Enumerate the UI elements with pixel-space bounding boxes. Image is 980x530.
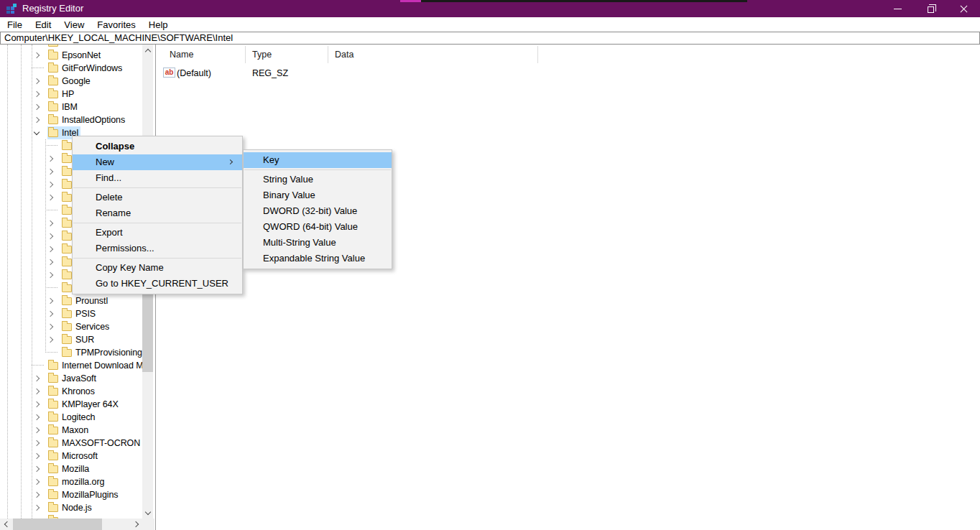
column-resize-handle[interactable] xyxy=(537,46,538,63)
tree-row-maxsoft-ocron[interactable]: MAXSOFT-OCRON xyxy=(0,437,142,450)
submenu-item-expandable-string-value[interactable]: Expandable String Value xyxy=(244,251,392,266)
chevron-right-icon[interactable] xyxy=(47,233,55,241)
context-menu-item-export[interactable]: Export xyxy=(73,225,242,241)
scroll-down-button[interactable] xyxy=(142,506,153,519)
folder-icon xyxy=(48,465,58,473)
chevron-right-icon[interactable] xyxy=(33,466,42,473)
column-resize-handle[interactable] xyxy=(328,46,328,63)
tree-row-prounstl[interactable]: Prounstl xyxy=(0,294,142,307)
menu-edit[interactable]: Edit xyxy=(29,19,57,31)
column-header-data[interactable]: Data xyxy=(335,50,353,60)
tree-row-google[interactable]: Google xyxy=(0,75,142,88)
context-menu-item-rename[interactable]: Rename xyxy=(73,205,242,221)
chevron-down-icon[interactable] xyxy=(33,130,42,137)
chevron-right-icon[interactable] xyxy=(33,104,42,111)
chevron-right-icon[interactable] xyxy=(47,182,55,189)
restore-button[interactable] xyxy=(914,0,947,17)
tree-item-label: Mozilla xyxy=(62,464,89,474)
submenu-item-key[interactable]: Key xyxy=(244,152,392,168)
chevron-right-icon[interactable] xyxy=(47,220,55,228)
tree-row-javasoft[interactable]: JavaSoft xyxy=(0,372,142,385)
submenu-item-multi-string-value[interactable]: Multi-String Value xyxy=(244,235,392,251)
tree-horizontal-scrollbar[interactable] xyxy=(0,519,142,530)
scroll-right-button[interactable] xyxy=(130,519,142,530)
chevron-right-icon[interactable] xyxy=(33,427,42,434)
string-value-icon: ab xyxy=(163,68,175,78)
column-header-type[interactable]: Type xyxy=(252,50,272,60)
chevron-right-icon[interactable] xyxy=(33,78,42,85)
context-menu-item-go-to-hkey-current-user[interactable]: Go to HKEY_CURRENT_USER xyxy=(73,276,242,292)
chevron-right-icon[interactable] xyxy=(47,337,55,344)
tree-row-tpmprovisioning[interactable]: TPMProvisioning xyxy=(0,346,142,359)
chevron-right-icon[interactable] xyxy=(47,246,55,254)
folder-icon xyxy=(62,194,72,202)
menu-favorites[interactable]: Favorites xyxy=(91,19,142,31)
tree-item-content: Node.js xyxy=(47,501,94,514)
tree-row-maxon[interactable]: Maxon xyxy=(0,424,142,437)
context-menu-item-collapse[interactable]: Collapse xyxy=(73,139,242,154)
tree-row-services[interactable]: Services xyxy=(0,320,142,333)
tree-row-mozilla-org[interactable]: mozilla.org xyxy=(0,475,142,488)
chevron-right-icon[interactable] xyxy=(47,156,55,163)
tree-item-label: HP xyxy=(62,89,74,99)
tree-row-ibm[interactable]: IBM xyxy=(0,101,142,113)
horizontal-scrollbar-thumb[interactable] xyxy=(13,519,102,530)
submenu-item-string-value[interactable]: String Value xyxy=(244,172,392,187)
context-menu-item-copy-key-name[interactable]: Copy Key Name xyxy=(73,260,242,276)
chevron-right-icon[interactable] xyxy=(33,505,42,512)
chevron-right-icon[interactable] xyxy=(33,117,42,124)
context-menu-item-delete[interactable]: Delete xyxy=(73,190,242,205)
tree-row-epsonnet[interactable]: EpsonNet xyxy=(0,49,142,62)
column-resize-handle[interactable] xyxy=(245,46,246,63)
submenu-item-binary-value[interactable]: Binary Value xyxy=(244,187,392,203)
chevron-right-icon[interactable] xyxy=(33,414,42,422)
registry-value-row[interactable]: ab (Default) REG_SZ xyxy=(156,66,587,80)
context-menu-item-permissions[interactable]: Permissions... xyxy=(73,241,242,256)
chevron-right-icon[interactable] xyxy=(47,272,55,279)
minimize-button[interactable] xyxy=(881,0,914,17)
chevron-right-icon[interactable] xyxy=(47,169,55,176)
menu-help[interactable]: Help xyxy=(142,19,175,31)
menu-item-label: Expandable String Value xyxy=(263,253,365,264)
tree-row-gitforwindows[interactable]: GitForWindows xyxy=(0,62,142,75)
tree-row-mozilla[interactable]: Mozilla xyxy=(0,462,142,475)
menu-file[interactable]: File xyxy=(1,19,29,31)
chevron-right-icon[interactable] xyxy=(33,440,42,447)
tree-row-node-js[interactable]: Node.js xyxy=(0,501,142,514)
close-button[interactable] xyxy=(947,0,980,17)
folder-icon xyxy=(48,401,58,409)
chevron-right-icon[interactable] xyxy=(33,91,42,98)
chevron-right-icon[interactable] xyxy=(33,479,42,486)
tree-row-internet-download-m[interactable]: Internet Download M xyxy=(0,359,142,372)
chevron-right-icon[interactable] xyxy=(47,311,55,318)
chevron-right-icon[interactable] xyxy=(47,324,55,331)
chevron-right-icon[interactable] xyxy=(33,376,42,383)
menu-view[interactable]: View xyxy=(57,19,91,31)
scroll-up-button[interactable] xyxy=(142,45,153,57)
chevron-right-icon[interactable] xyxy=(47,298,55,305)
context-menu-item-find[interactable]: Find... xyxy=(73,170,242,186)
tree-item-label: EpsonNet xyxy=(62,50,101,60)
tree-row-psis[interactable]: PSIS xyxy=(0,307,142,320)
submenu-item-qword-64-bit-value[interactable]: QWORD (64-bit) Value xyxy=(244,219,392,235)
tree-row-sur[interactable]: SUR xyxy=(0,333,142,346)
tree-row-logitech[interactable]: Logitech xyxy=(0,411,142,424)
chevron-right-icon[interactable] xyxy=(47,195,55,202)
submenu-item-dword-32-bit-value[interactable]: DWORD (32-bit) Value xyxy=(244,203,392,219)
tree-row-installedoptions[interactable]: InstalledOptions xyxy=(0,113,142,126)
column-header-name[interactable]: Name xyxy=(170,50,193,60)
scroll-left-button[interactable] xyxy=(0,519,12,530)
chevron-right-icon[interactable] xyxy=(33,492,42,499)
address-bar[interactable]: Computer\HKEY_LOCAL_MACHINE\SOFTWARE\Int… xyxy=(0,32,980,45)
context-menu-item-new[interactable]: New xyxy=(73,154,242,170)
chevron-right-icon[interactable] xyxy=(33,52,42,60)
tree-row-kmplayer-64x[interactable]: KMPlayer 64X xyxy=(0,398,142,411)
tree-row-khronos[interactable]: Khronos xyxy=(0,385,142,398)
chevron-right-icon[interactable] xyxy=(33,389,42,396)
tree-row-hp[interactable]: HP xyxy=(0,88,142,101)
chevron-right-icon[interactable] xyxy=(33,453,42,460)
tree-row-microsoft[interactable]: Microsoft xyxy=(0,450,142,462)
tree-row-mozillaplugins[interactable]: MozillaPlugins xyxy=(0,488,142,501)
chevron-right-icon[interactable] xyxy=(33,401,42,409)
chevron-right-icon[interactable] xyxy=(47,259,55,266)
